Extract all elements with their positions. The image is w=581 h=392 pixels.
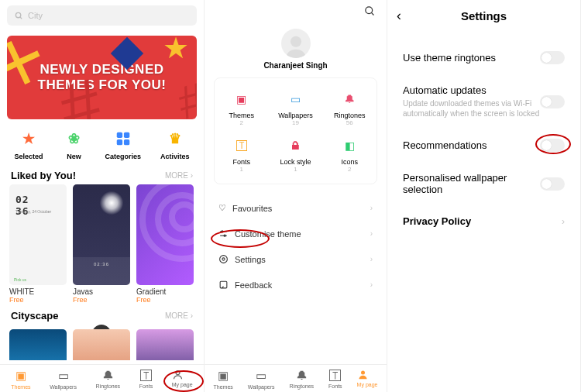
crown-icon: ♛: [163, 127, 187, 150]
svg-point-9: [290, 36, 301, 47]
cityscape-row: ︿: [0, 325, 204, 360]
row-label: Favourites: [232, 204, 272, 213]
chevron-right-icon: ›: [562, 216, 565, 227]
settings-header: ‹ Settings: [387, 0, 580, 32]
nav-mypage[interactable]: My page: [172, 369, 193, 390]
nav-label: Ringtones: [96, 383, 121, 389]
mini-count: 19: [269, 119, 323, 126]
grid-lockstyle[interactable]: 🔒︎ Lock style 1: [269, 131, 323, 177]
chevron-right-icon: ›: [370, 229, 373, 238]
mini-count: 1: [269, 166, 323, 173]
row-label: Personalised wallpaper selection: [403, 172, 540, 195]
search-input[interactable]: City: [7, 5, 197, 26]
bottom-nav: ▣ Themes ▭ Wallpapers 🔔︎ Ringtones 🅃 Fon…: [0, 364, 204, 392]
chevron-right-icon: ›: [370, 280, 373, 289]
quick-label: New: [62, 153, 85, 160]
row-favourites[interactable]: ♡ Favourites ›: [214, 195, 377, 221]
grid-fonts[interactable]: 🅃 Fonts 1: [215, 131, 269, 177]
theme-card[interactable]: ︿: [73, 329, 130, 360]
nav-wallpapers[interactable]: ▭ Wallpapers: [50, 369, 77, 390]
mini-label: Themes: [215, 112, 269, 119]
row-label: Feedback: [235, 280, 272, 290]
quick-new[interactable]: ❀ New: [62, 127, 85, 160]
theme-card[interactable]: [136, 329, 194, 360]
nav-fonts[interactable]: 🅃 Fonts: [328, 369, 342, 390]
more-link[interactable]: MORE ›: [165, 311, 193, 320]
row-use-theme-ringtones[interactable]: Use theme ringtones: [403, 41, 565, 74]
nav-wallpapers[interactable]: ▭ Wallpapers: [248, 369, 275, 390]
quick-activities[interactable]: ♛ Activites: [160, 127, 190, 160]
options-list: ♡ Favourites › Customise theme › Setting…: [214, 195, 377, 297]
grid-wallpapers[interactable]: ▭ Wallpapers 19: [269, 84, 323, 131]
theme-card[interactable]: Gradient Free: [136, 184, 194, 304]
nav-ringtones[interactable]: 🔔︎ Ringtones: [96, 369, 121, 390]
nav-ringtones[interactable]: 🔔︎ Ringtones: [290, 369, 315, 390]
row-label: Privacy Policy: [403, 215, 562, 227]
row-label: Recommendations: [403, 139, 540, 151]
search-icon[interactable]: [364, 5, 376, 17]
theme-name: Gradient: [136, 287, 194, 296]
toggle[interactable]: [540, 177, 565, 191]
toggle[interactable]: [540, 139, 565, 152]
svg-point-15: [220, 256, 228, 263]
avatar[interactable]: [281, 29, 311, 58]
row-sublabel: Update downloaded themes via Wi-Fi autom…: [403, 98, 540, 119]
theme-thumbnail: 0236 Tuesday, 24 October Pick us: [9, 184, 67, 285]
nav-fonts[interactable]: 🅃 Fonts: [139, 369, 153, 390]
grid-themes[interactable]: ▣ Themes 2: [215, 84, 269, 131]
nav-label: Themes: [214, 384, 233, 390]
heart-icon: ♡: [218, 203, 226, 213]
mini-count: 1: [215, 166, 269, 173]
bell-icon: 🔔︎: [290, 369, 315, 382]
theme-thumbnail: [136, 184, 194, 285]
theme-icon: ▣: [11, 369, 30, 383]
mini-count: 56: [322, 119, 376, 126]
settings-pane: ‹ Settings Use theme ringtones Automatic…: [387, 0, 581, 392]
quick-categories[interactable]: Categories: [105, 127, 141, 160]
svg-rect-16: [220, 281, 227, 288]
svg-point-17: [361, 371, 365, 375]
row-privacy-policy[interactable]: Privacy Policy ›: [403, 205, 565, 237]
row-label: Automatic updates: [403, 84, 540, 96]
row-label: Settings: [235, 255, 266, 264]
my-page-pane: Charanjeet Singh ▣ Themes 2 ▭ Wallpapers…: [205, 0, 387, 392]
mini-label: Wallpapers: [269, 112, 323, 119]
downloads-grid: ▣ Themes 2 ▭ Wallpapers 19 🔔︎ Ringtones …: [214, 77, 377, 184]
grid-icons[interactable]: ◧ Icons 2: [322, 131, 376, 177]
quick-label: Activites: [160, 153, 190, 160]
toggle[interactable]: [540, 51, 565, 64]
quick-selected[interactable]: ★ Selected: [14, 127, 43, 160]
font-icon: 🅃: [328, 369, 342, 382]
mini-label: Icons: [322, 158, 376, 166]
toggle[interactable]: [540, 95, 565, 108]
back-button[interactable]: ‹: [397, 8, 401, 24]
row-settings[interactable]: Settings ›: [214, 246, 377, 272]
nav-mypage[interactable]: My page: [357, 369, 378, 390]
promo-banner[interactable]: ✕ # # ★ NEWLY DESIGNED THEMES FOR YOU!: [7, 36, 197, 119]
row-personalised-wallpaper[interactable]: Personalised wallpaper selection: [403, 162, 565, 205]
theme-card[interactable]: [9, 329, 67, 360]
svg-point-0: [15, 12, 20, 17]
row-automatic-updates[interactable]: Automatic updates Update downloaded them…: [403, 74, 565, 129]
mini-label: Lock style: [269, 158, 323, 166]
more-link[interactable]: MORE ›: [165, 171, 193, 180]
nav-themes[interactable]: ▣ Themes: [11, 369, 30, 390]
feedback-icon: [218, 280, 229, 290]
nav-themes[interactable]: ▣ Themes: [214, 369, 233, 390]
font-icon: 🅃: [232, 136, 252, 156]
bottom-nav: ▣ Themes ▭ Wallpapers 🔔︎ Ringtones 🅃 Fon…: [205, 364, 387, 392]
chevron-right-icon: ›: [370, 255, 373, 263]
row-feedback[interactable]: Feedback ›: [214, 272, 377, 297]
row-recommendations[interactable]: Recommendations: [403, 129, 565, 162]
star-icon: ★: [17, 127, 40, 150]
person-icon: [357, 369, 378, 380]
theme-row: 0236 Tuesday, 24 October Pick us WHITE F…: [0, 184, 204, 304]
nav-label: My page: [172, 382, 193, 387]
svg-point-7: [366, 7, 373, 14]
row-customise[interactable]: Customise theme ›: [214, 221, 377, 246]
grid-ringtones[interactable]: 🔔︎ Ringtones 56: [322, 84, 376, 131]
svg-rect-4: [116, 139, 122, 145]
theme-card[interactable]: 02:36 Javas Free: [73, 184, 130, 304]
page-title: Settings: [461, 9, 507, 22]
theme-card[interactable]: 0236 Tuesday, 24 October Pick us WHITE F…: [9, 184, 67, 304]
